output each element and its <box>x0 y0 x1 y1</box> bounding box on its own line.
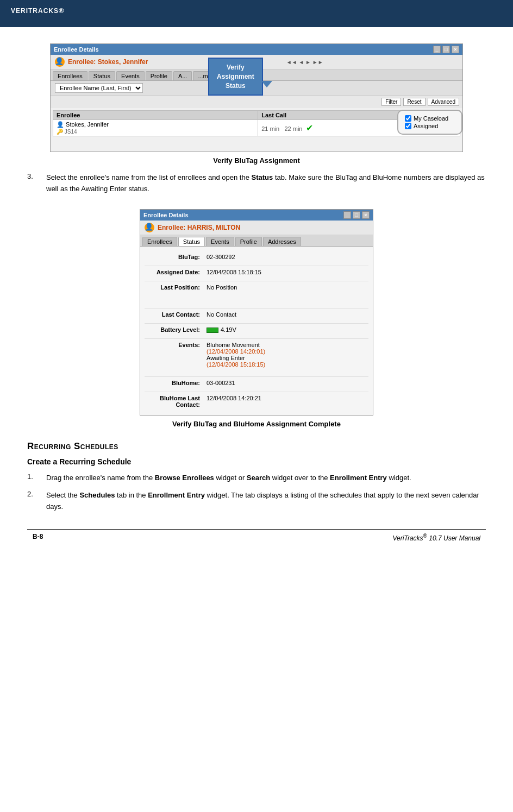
dialog-titlebar-buttons-2: _ □ × <box>343 211 370 219</box>
event-link2[interactable]: (12/04/2008 15:18:15) <box>207 361 366 368</box>
tab-profile-2[interactable]: Profile <box>235 237 262 246</box>
checkbox-assigned-input[interactable] <box>405 123 411 129</box>
label-blutag: BluTag: <box>145 251 204 263</box>
footer-right-suffix: 10.7 User Manual <box>427 534 480 542</box>
step3-container: 3. Select the enrollee's name from the l… <box>27 172 486 202</box>
filter-toolbar: Filter Reset Advanced My Caseload Assign… <box>51 96 462 108</box>
step1-text4: widget. <box>387 474 411 482</box>
check-icon: ✔ <box>306 123 313 133</box>
value-bluhome: 03-000231 <box>204 377 368 389</box>
tab-status-2[interactable]: Status <box>178 237 205 246</box>
step1: 1. Drag the enrollee's name from the Bro… <box>27 473 486 484</box>
logo-text: VeriTracks <box>11 7 59 15</box>
logo-sup: ® <box>59 7 65 15</box>
step3-num: 3. <box>27 172 41 195</box>
maximize-btn[interactable]: □ <box>442 46 450 53</box>
value-assigned-date: 12/04/2008 15:18:15 <box>204 266 368 278</box>
label-events: Events: <box>145 339 204 351</box>
cell-enrollee: 👤 Stokes, Jennifer 🔑 JS14 <box>53 120 258 136</box>
footer-right-prefix: VeriTracks <box>393 534 423 542</box>
nav-arrows: ◄◄ ◄ ► ►► <box>286 59 323 65</box>
caption2: Verify BluTag and BluHome Assignment Com… <box>27 420 486 428</box>
step1-bold1: Browse Enrollees <box>155 474 214 482</box>
value-last-position: No Position <box>204 281 368 293</box>
detail-last-contact: Last Contact: No Contact <box>145 309 368 324</box>
detail-blutag: BluTag: 02-300292 <box>145 251 368 266</box>
enrollee-icon-2: 👤 <box>145 223 154 232</box>
logo: VeriTracks® <box>11 7 65 21</box>
tab-enrollees-2[interactable]: Enrollees <box>142 237 177 246</box>
step2-text: Select the Schedules tab in the Enrollme… <box>46 490 486 513</box>
verify-line1: Verify <box>217 63 254 72</box>
step1-bold3: Enrollment Entry <box>330 474 387 482</box>
close-btn[interactable]: × <box>452 46 459 53</box>
step2: 2. Select the Schedules tab in the Enrol… <box>27 490 486 513</box>
tab-profile-1[interactable]: Profile <box>146 71 172 80</box>
step2-text2: tab in the <box>115 491 148 499</box>
step1-num: 1. <box>27 473 41 484</box>
step1-bold2: Search <box>247 474 270 482</box>
label-last-contact: Last Contact: <box>145 309 204 320</box>
name-dropdown[interactable]: Enrollee Name (Last, First) <box>55 83 143 93</box>
enrollee-name-1: Enrollee: Stokes, Jennifer <box>68 58 148 66</box>
header: VeriTracks® <box>0 0 513 27</box>
step2-num: 2. <box>27 490 41 513</box>
filter-button[interactable]: Filter <box>381 98 401 106</box>
label-last-position: Last Position: <box>145 281 204 293</box>
maximize-btn-2[interactable]: □ <box>353 211 360 219</box>
step2-bold1: Schedules <box>79 491 115 499</box>
value-blutag: 02-300292 <box>204 251 368 263</box>
tab-addresses-2[interactable]: Addresses <box>263 237 301 246</box>
dialog-titlebar-2: Enrollee Details _ □ × <box>140 210 373 221</box>
checkbox-assigned: Assigned <box>405 123 455 129</box>
tab-events-1[interactable]: Events <box>116 71 145 80</box>
label-battery: Battery Level: <box>145 324 204 336</box>
dialog-title-1: Enrollee Details <box>54 46 99 53</box>
tabs-row-2: Enrollees Status Events Profile Addresse… <box>140 235 373 247</box>
col-enrollee: Enrollee <box>53 111 258 120</box>
checkbox-mycaseload-label: My Caseload <box>414 115 448 122</box>
subsection-header: Create a Recurring Schedule <box>27 457 486 466</box>
step3-text: Select the enrollee's name from the list… <box>46 172 486 195</box>
step2-bold2: Enrollment Entry <box>148 491 205 499</box>
person-icon: 👤 <box>57 121 64 128</box>
label-bluhome: BluHome: <box>145 377 204 389</box>
step1-text2: widget or <box>214 474 247 482</box>
reset-button[interactable]: Reset <box>403 98 425 106</box>
minimize-btn-2[interactable]: _ <box>343 211 351 219</box>
detail-bluhome-contact: BluHome LastContact: 12/04/2008 14:20:21 <box>145 392 368 411</box>
step1-text: Drag the enrollee's name from the Browse… <box>46 473 486 484</box>
tab-a-1[interactable]: A... <box>173 71 192 80</box>
step1-text1: Drag the enrollee's name from the <box>46 474 155 482</box>
battery-icon <box>207 328 218 333</box>
footer: B-8 VeriTracks® 10.7 User Manual <box>27 529 486 545</box>
section-header: Recurring Schedules <box>27 441 486 452</box>
page-content: Enrollee Details _ □ × 👤 Enrollee: Stoke… <box>0 27 513 562</box>
close-btn-2[interactable]: × <box>362 211 370 219</box>
section-title: Recurring Schedules <box>27 441 118 451</box>
tab-enrollees-1[interactable]: Enrollees <box>53 71 87 80</box>
enrollee-name-2: Enrollee: HARRIS, MILTON <box>158 224 240 231</box>
detail-last-position: Last Position: No Position <box>145 281 368 309</box>
enrollee-id: 🔑 JS14 <box>57 129 77 135</box>
tab-status-1[interactable]: Status <box>89 71 115 80</box>
screenshot2: Enrollee Details _ □ × 👤 Enrollee: HARRI… <box>140 209 373 416</box>
event-link1[interactable]: (12/04/2008 14:20:01) <box>207 348 366 355</box>
value-last-contact: No Contact <box>204 309 368 320</box>
tab-events-2[interactable]: Events <box>206 237 234 246</box>
verify-line2: Assignment <box>217 72 254 81</box>
checkbox-mycaseload-input[interactable] <box>405 115 411 122</box>
minimize-btn[interactable]: _ <box>433 46 441 53</box>
event-line1: Bluhome Movement <box>207 342 366 348</box>
dialog-title-2: Enrollee Details <box>143 212 189 218</box>
step1-text3: widget over to the <box>270 474 330 482</box>
nav-arrows-text[interactable]: ◄◄ ◄ ► ►► <box>286 59 323 65</box>
time-value-2: 22 min <box>284 125 302 132</box>
enrollee-icon-1: 👤 <box>55 57 65 67</box>
advanced-button[interactable]: Advanced <box>428 98 459 106</box>
details-content: BluTag: 02-300292 Assigned Date: 12/04/2… <box>140 247 373 415</box>
step2-text1: Select the <box>46 491 79 499</box>
screenshot1-inner: Enrollee Details _ □ × 👤 Enrollee: Stoke… <box>51 44 462 139</box>
filter-dropdown: My Caseload Assigned <box>397 110 462 135</box>
label-assigned-date: Assigned Date: <box>145 266 204 278</box>
